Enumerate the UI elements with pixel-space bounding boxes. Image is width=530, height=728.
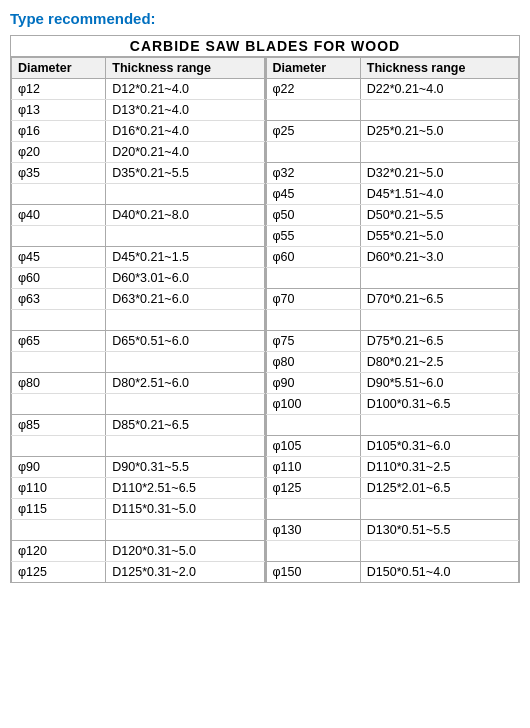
list-item: φ40D40*0.21~8.0 <box>12 205 265 226</box>
list-item: φ85D85*0.21~6.5 <box>12 415 265 436</box>
list-item: φ150D150*0.51~4.0 <box>266 562 519 583</box>
list-item: φ22D22*0.21~4.0 <box>266 79 519 100</box>
list-item <box>266 268 519 289</box>
right-col-thickness: Thickness range <box>360 58 518 79</box>
list-item: φ60D60*3.01~6.0 <box>12 268 265 289</box>
list-item: φ60D60*0.21~3.0 <box>266 247 519 268</box>
list-item: φ115D115*0.31~5.0 <box>12 499 265 520</box>
list-item: φ110D110*0.31~2.5 <box>266 457 519 478</box>
main-table: CARBIDE SAW BLADES FOR WOOD Diameter Thi… <box>10 35 520 583</box>
list-item <box>12 394 265 415</box>
list-item: φ100D100*0.31~6.5 <box>266 394 519 415</box>
left-col-thickness: Thickness range <box>106 58 264 79</box>
list-item <box>12 436 265 457</box>
list-item: φ65D65*0.51~6.0 <box>12 331 265 352</box>
list-item: φ20D20*0.21~4.0 <box>12 142 265 163</box>
list-item: φ35D35*0.21~5.5 <box>12 163 265 184</box>
list-item: φ125D125*2.01~6.5 <box>266 478 519 499</box>
list-item: φ90D90*0.31~5.5 <box>12 457 265 478</box>
list-item: φ50D50*0.21~5.5 <box>266 205 519 226</box>
right-panel: Diameter Thickness range φ22D22*0.21~4.0… <box>265 57 520 583</box>
list-item: φ13D13*0.21~4.0 <box>12 100 265 121</box>
list-item: φ75D75*0.21~6.5 <box>266 331 519 352</box>
list-item <box>12 310 265 331</box>
list-item: φ45D45*0.21~1.5 <box>12 247 265 268</box>
list-item: φ130D130*0.51~5.5 <box>266 520 519 541</box>
list-item <box>12 226 265 247</box>
list-item: φ80D80*2.51~6.0 <box>12 373 265 394</box>
list-item <box>12 352 265 373</box>
list-item: φ25D25*0.21~5.0 <box>266 121 519 142</box>
list-item: φ90D90*5.51~6.0 <box>266 373 519 394</box>
list-item: φ55D55*0.21~5.0 <box>266 226 519 247</box>
left-header-row: Diameter Thickness range <box>12 58 265 79</box>
list-item <box>266 415 519 436</box>
right-col-diameter: Diameter <box>266 58 360 79</box>
list-item <box>12 184 265 205</box>
list-item: φ32D32*0.21~5.0 <box>266 163 519 184</box>
list-item <box>12 520 265 541</box>
list-item: φ80D80*0.21~2.5 <box>266 352 519 373</box>
right-sub-table: Diameter Thickness range φ22D22*0.21~4.0… <box>266 57 520 582</box>
list-item: φ63D63*0.21~6.0 <box>12 289 265 310</box>
right-header-row: Diameter Thickness range <box>266 58 519 79</box>
list-item <box>266 100 519 121</box>
left-sub-table: Diameter Thickness range φ12D12*0.21~4.0… <box>11 57 265 582</box>
list-item: φ110D110*2.51~6.5 <box>12 478 265 499</box>
type-recommended-label: Type recommended: <box>10 10 520 27</box>
list-item: φ12D12*0.21~4.0 <box>12 79 265 100</box>
list-item <box>266 499 519 520</box>
list-item <box>266 541 519 562</box>
list-item: φ70D70*0.21~6.5 <box>266 289 519 310</box>
left-panel: Diameter Thickness range φ12D12*0.21~4.0… <box>11 57 266 583</box>
list-item: φ105D105*0.31~6.0 <box>266 436 519 457</box>
list-item: φ16D16*0.21~4.0 <box>12 121 265 142</box>
list-item <box>266 310 519 331</box>
list-item: φ125D125*0.31~2.0 <box>12 562 265 583</box>
list-item: φ120D120*0.31~5.0 <box>12 541 265 562</box>
list-item <box>266 142 519 163</box>
table-title: CARBIDE SAW BLADES FOR WOOD <box>11 36 520 57</box>
list-item: φ45D45*1.51~4.0 <box>266 184 519 205</box>
left-col-diameter: Diameter <box>12 58 106 79</box>
